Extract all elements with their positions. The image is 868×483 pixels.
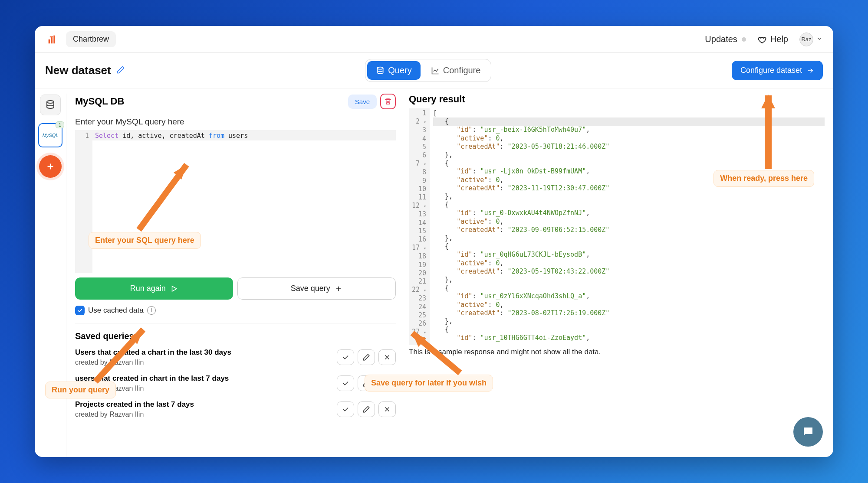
saved-query-author: created by Razvan Ilin [75,359,231,366]
left-rail: MySQL 1 [35,88,66,457]
rail-database-button[interactable] [40,95,61,115]
tab-configure[interactable]: Configure [422,61,490,80]
check-icon [342,405,349,413]
rail-card-badge: 1 [56,121,64,128]
chart-icon [431,66,440,75]
remove-query-button[interactable] [378,349,396,365]
configure-dataset-label: Configure dataset [740,66,802,75]
run-again-button[interactable]: Run again [75,277,233,300]
pencil-icon [362,405,370,413]
chat-button[interactable] [793,417,823,447]
pencil-icon[interactable] [116,65,125,76]
delete-button[interactable] [380,94,396,109]
check-icon [342,379,349,387]
updates-dot-icon [742,37,746,42]
saved-query-row: Users that created a chart in the last 3… [75,346,396,372]
topbar: Chartbrew Updates Help Raz [35,26,833,53]
remove-query-button[interactable] [378,375,396,391]
close-icon [383,353,391,361]
sql-editor[interactable]: 1 Select id, active, createdAt from user… [75,130,396,273]
save-query-button[interactable]: Save query [237,277,396,300]
chat-icon [802,425,815,438]
check-icon [342,353,349,361]
apply-query-button[interactable] [337,375,354,391]
page-title: New dataset [45,64,111,77]
subheader: New dataset Query Configure Configure da… [35,53,833,88]
saved-query-name: Users that created a chart in the last 3… [75,348,231,357]
logo-icon [45,32,60,47]
tab-query[interactable]: Query [367,61,420,80]
chevron-down-icon [816,35,823,44]
updates-label: Updates [705,34,737,44]
svg-point-0 [378,67,383,69]
rail-card-label: MySQL [43,133,59,138]
tab-group: Query Configure [365,59,491,82]
updates-link[interactable]: Updates [705,34,746,44]
result-gutter: 12 ▾34567 ▾89101112 ▾1314151617 ▾1819202… [409,108,430,345]
rail-connection-card[interactable]: MySQL 1 [38,123,62,147]
query-label: Enter your MySQL query here [75,117,396,127]
close-icon [383,379,391,387]
remove-query-button[interactable] [378,401,396,417]
trash-icon [384,98,392,105]
cached-label: Use cached data [88,306,144,315]
save-query-label: Save query [291,284,330,293]
saved-query-author: created by Razvan Ilin [75,385,229,392]
edit-query-button[interactable] [358,349,375,365]
saved-query-name: users that created in chart in the last … [75,374,229,383]
tab-configure-label: Configure [443,65,481,75]
editor-line: Select id, active, createdAt from users [92,130,396,140]
svg-point-1 [47,101,54,103]
plus-icon [46,162,55,171]
database-icon [45,100,56,110]
query-result-title: Query result [409,94,825,105]
saved-queries-title: Saved queries [75,331,396,341]
tab-query-label: Query [388,65,411,75]
plus-icon [335,285,342,293]
database-icon [376,66,385,75]
result-code: [ { "id": "usr_-beix-I6GK5hToMwh40u7", "… [430,108,825,345]
play-icon [170,285,178,293]
rail-add-button[interactable] [39,155,62,178]
save-button[interactable]: Save [348,95,377,109]
result-note: This is a sample response and might not … [409,348,825,356]
brand-pill[interactable]: Chartbrew [66,31,116,47]
help-label: Help [770,34,788,44]
saved-query-row: users that created in chart in the last … [75,372,396,398]
info-icon[interactable]: i [147,306,156,315]
cached-checkbox[interactable] [75,306,85,315]
edit-query-button[interactable] [358,401,375,417]
configure-dataset-button[interactable]: Configure dataset [732,61,823,80]
pencil-icon [362,379,370,387]
apply-query-button[interactable] [337,349,354,365]
avatar: Raz [799,33,813,46]
pencil-icon [362,353,370,361]
connection-title: MySQL DB [75,96,124,107]
apply-query-button[interactable] [337,401,354,417]
saved-query-row: Projects created in the last 7 days crea… [75,398,396,424]
editor-gutter: 1 [75,130,92,273]
run-again-label: Run again [130,284,166,293]
saved-query-author: created by Razvan Ilin [75,411,194,418]
result-viewer[interactable]: 12 ▾34567 ▾89101112 ▾1314151617 ▾1819202… [409,108,825,345]
arrow-right-icon [806,67,814,75]
close-icon [383,405,391,413]
saved-query-name: Projects created in the last 7 days [75,400,194,409]
check-icon [77,307,83,313]
help-link[interactable]: Help [757,34,788,44]
edit-query-button[interactable] [358,375,375,391]
user-menu[interactable]: Raz [799,33,823,46]
heart-hands-icon [757,35,767,44]
